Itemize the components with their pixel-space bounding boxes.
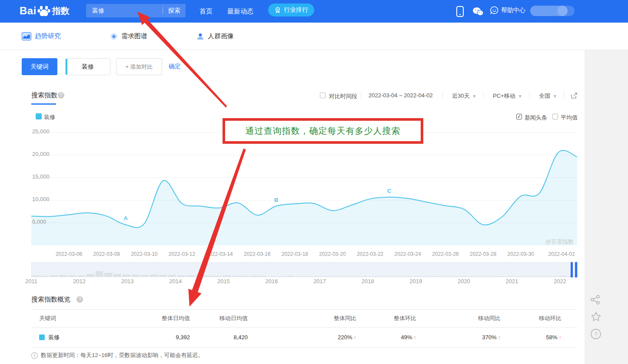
value-cell-mobile_avg: 8,420 (190, 327, 248, 347)
range-select[interactable]: 近30天▼ (452, 92, 476, 100)
tab-demand-label: 需求图谱 (121, 32, 147, 40)
search-index-help-icon[interactable]: ? (58, 92, 64, 99)
divider (529, 92, 530, 99)
overview-table-row: 装修9,3928,420220%↑49%↑370%↑58%↑ (31, 327, 570, 347)
export-icon[interactable] (570, 92, 578, 99)
tab-trend-research[interactable]: 趋势研究 (22, 32, 61, 40)
share-icon[interactable] (590, 295, 601, 305)
x-axis-label: 2022-03-28 (464, 251, 502, 257)
value-cell-mobile_mom: 58%↑ (501, 327, 562, 347)
timeline-histogram-bar (113, 274, 121, 277)
header-search-box[interactable]: 装修 探索 (86, 4, 186, 17)
tab-crowd-portrait[interactable]: 人群画像 (196, 32, 234, 40)
value-cell-overall_avg: 9,392 (118, 327, 190, 347)
column-header: 整体日均值 (118, 310, 190, 327)
x-axis-label: 2022-03-08 (88, 251, 125, 257)
timeline-histogram-bar (68, 275, 76, 277)
compare-period-label[interactable]: 对比时间段 (329, 93, 357, 100)
search-input[interactable]: 装修 (92, 7, 163, 15)
area-fill (31, 150, 577, 245)
timeline-histogram-bar (478, 276, 485, 277)
x-axis-label: 2022-03-30 (502, 251, 539, 257)
x-axis-label: 2022-03-18 (276, 251, 313, 257)
divider (442, 92, 443, 99)
timeline-histogram-bar (550, 276, 558, 277)
timeline-year-label: 2022 (547, 278, 573, 285)
timeline-histogram-bar (423, 276, 431, 277)
wechat-icon[interactable] (472, 7, 484, 17)
platform-select[interactable]: PC+移动▼ (493, 92, 522, 100)
active-tab-underline (31, 103, 56, 105)
timeline-slider[interactable] (31, 262, 578, 277)
search-index-trend-chart[interactable]: 5,00010,00015,00020,00025,000ABC (31, 127, 577, 249)
region-select[interactable]: 全国▼ (539, 92, 557, 100)
keyword-type-button[interactable]: 关键词 (22, 58, 57, 75)
x-axis-label: 2022-03-20 (314, 251, 351, 257)
timeline-histogram-bar (132, 275, 140, 277)
favorite-star-icon[interactable] (590, 311, 602, 323)
info-icon: i (31, 352, 38, 359)
legend-swatch (36, 113, 42, 119)
overview-help-icon[interactable]: ? (76, 296, 83, 303)
explore-button[interactable]: 探索 (163, 7, 186, 15)
compare-period-checkbox[interactable] (320, 93, 326, 98)
divider (31, 347, 577, 348)
news-headlines-checkbox[interactable]: ✓ (516, 114, 522, 119)
confirm-button[interactable]: 确定 (169, 63, 181, 70)
timeline-histogram-bar (104, 273, 112, 277)
timeline-histogram-bar (168, 275, 176, 277)
slider-handle-right[interactable] (575, 262, 577, 278)
timeline-histogram-bar (296, 276, 303, 277)
timeline-histogram-bar (96, 271, 103, 277)
timeline-histogram-bar (341, 276, 349, 277)
slider-handle-left[interactable] (571, 262, 573, 278)
timeline-histogram-bar (250, 276, 258, 277)
keyword-input[interactable]: 装修 (65, 58, 110, 75)
industry-rank-label: 行业排行 (284, 6, 308, 14)
nav-home[interactable]: 首页 (199, 7, 213, 16)
column-header: 整体同比 (248, 310, 356, 327)
x-axis-label: 2022-03-06 (50, 251, 88, 257)
trend-card-title: 搜索指数 (31, 91, 57, 99)
mobile-app-icon[interactable] (456, 6, 464, 17)
timeline-year-label: 2019 (403, 278, 429, 285)
chevron-down-icon: ▼ (472, 94, 476, 99)
help-circle-icon[interactable]: ? (590, 328, 601, 340)
timeline-histogram-bar (41, 276, 49, 277)
timeline-histogram-bar (196, 275, 203, 277)
nav-latest-news[interactable]: 最新动态 (227, 7, 253, 16)
timeline-histogram-bar (359, 276, 367, 277)
date-range-value[interactable]: 2022-03-04 ~ 2022-04-02 (369, 92, 433, 99)
marker-A[interactable]: A (124, 215, 128, 222)
timeline-histogram-bar (386, 276, 394, 277)
baidu-paw-icon (37, 3, 51, 18)
svg-text:?: ? (594, 331, 597, 338)
news-headlines-label[interactable]: 新闻头条 (525, 114, 547, 122)
row-keyword[interactable]: 装修 (48, 327, 60, 347)
average-checkbox[interactable] (552, 114, 558, 119)
add-compare-button[interactable]: + 添加对比 (116, 58, 162, 75)
timeline-histogram-bar (523, 276, 531, 277)
timeline-year-label: 2016 (259, 278, 285, 285)
baidu-index-logo[interactable]: Bai 指数 (20, 3, 70, 18)
keyword-cell[interactable]: 装修 (31, 327, 118, 347)
timeline-year-label: 2018 (355, 278, 381, 285)
help-center-label: 帮助中心 (501, 7, 525, 14)
timeline-histogram-bar (450, 276, 458, 277)
timeline-histogram-bar (323, 276, 331, 277)
demand-radar-icon (110, 33, 118, 40)
average-label[interactable]: 平均值 (561, 114, 578, 122)
timeline-histogram-bar (332, 276, 340, 277)
x-axis-label: 2022-03-14 (201, 251, 238, 257)
annotation-box: 通过查询指数，确定每天有多少人搜索 (223, 118, 423, 144)
help-center-link[interactable]: 帮助中心 (490, 6, 525, 14)
tab-demand-graph[interactable]: 需求图谱 (110, 32, 147, 40)
timeline-histogram-bar (177, 275, 185, 277)
user-account-blurred-2[interactable] (557, 6, 575, 16)
marker-C[interactable]: C (387, 188, 392, 194)
marker-B[interactable]: B (274, 197, 278, 203)
timeline-histogram-bar (205, 276, 213, 277)
industry-rank-button[interactable]: 行业排行 (268, 3, 314, 17)
timeline-histogram-bar (77, 275, 85, 277)
x-axis-label: 2022-03-12 (163, 251, 200, 257)
